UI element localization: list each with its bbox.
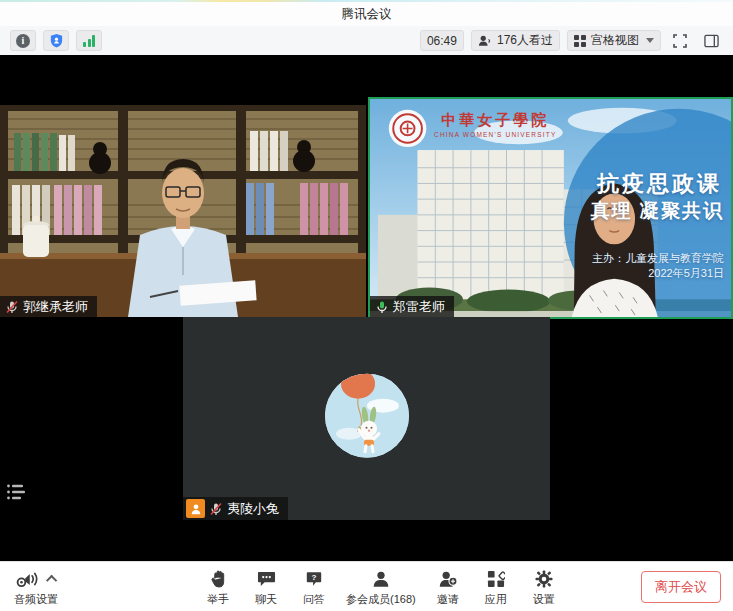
raise-hand-button[interactable]: 举手: [202, 569, 234, 607]
tencent-meeting-window: 腾讯会议 i 06:49: [0, 0, 733, 611]
video-tile-zhenglei[interactable]: 中華女子學院 CHINA WOMEN'S UNIVERSITY 抗疫思政课 真理…: [368, 97, 733, 319]
audio-settings-control[interactable]: 音频设置: [14, 569, 58, 607]
name-tag-yilingxiaotu: 夷陵小兔: [183, 497, 288, 520]
raise-hand-icon: [210, 569, 227, 589]
side-panel-button[interactable]: [699, 30, 723, 51]
slide-organizer: 主办：儿童发展与教育学院: [592, 251, 724, 266]
svg-text:?: ?: [312, 573, 317, 582]
message-list-toggle[interactable]: [6, 483, 26, 501]
apps-button[interactable]: 应用: [480, 569, 512, 607]
question-bubble-icon: ?: [305, 569, 323, 589]
mic-muted-icon: [5, 300, 19, 314]
university-name-en: CHINA WOMEN'S UNIVERSITY: [434, 131, 557, 138]
speaker-icon: [15, 570, 39, 589]
viewers-button[interactable]: 176人看过: [471, 30, 560, 51]
university-name-cn: 中華女子學院: [434, 111, 557, 130]
meeting-control-bar: 音频设置 举手 聊天: [0, 561, 733, 611]
qa-button[interactable]: ? 问答: [298, 569, 330, 607]
timer-value: 06:49: [427, 34, 457, 48]
shield-icon: [49, 33, 64, 48]
participant-name: 夷陵小兔: [227, 500, 279, 517]
invite-button[interactable]: 邀请: [432, 569, 464, 607]
toolbar-right-group: 06:49 176人看过 宫格视图: [420, 30, 723, 51]
meeting-toolbar: i 06:49: [0, 26, 733, 55]
meeting-info-button[interactable]: i: [10, 30, 36, 51]
fullscreen-icon: [673, 34, 687, 48]
side-panel-icon: [704, 34, 719, 48]
meeting-security-button[interactable]: [43, 30, 69, 51]
participants-icon: [371, 569, 391, 589]
participant-name: 郑雷老师: [393, 298, 445, 315]
network-quality-button[interactable]: [76, 30, 102, 51]
chat-bubble-icon: [257, 569, 276, 589]
chat-button[interactable]: 聊天: [250, 569, 282, 607]
mic-active-icon: [375, 300, 389, 314]
title-bar: 腾讯会议: [0, 0, 733, 26]
toolbar-left-group: i: [10, 30, 102, 51]
chevron-up-icon[interactable]: [46, 575, 57, 586]
meeting-timer: 06:49: [420, 30, 464, 51]
participants-button[interactable]: 参会成员(168): [346, 569, 416, 607]
name-tag-zhenglei: 郑雷老师: [370, 296, 454, 317]
view-mode-button[interactable]: 宫格视图: [567, 30, 661, 51]
settings-button[interactable]: 设置: [528, 569, 560, 607]
slide-title: 抗疫思政课: [597, 169, 722, 199]
apps-grid-icon: [487, 569, 505, 589]
slide-date: 2022年5月31日: [648, 266, 724, 281]
viewers-icon: [478, 34, 492, 47]
university-logo-text: 中華女子學院 CHINA WOMEN'S UNIVERSITY: [434, 111, 557, 138]
fullscreen-button[interactable]: [668, 30, 692, 51]
rabbit-avatar: [325, 373, 409, 457]
leave-meeting-button[interactable]: 离开会议: [641, 571, 721, 603]
list-icon: [6, 483, 26, 501]
invite-person-icon: [438, 569, 458, 589]
rabbit-balloon-illustration: [325, 373, 409, 457]
audio-settings-label: 音频设置: [14, 592, 58, 607]
settings-gear-icon: [535, 569, 553, 589]
info-icon: i: [16, 34, 30, 48]
library-video-frame: [0, 105, 366, 317]
window-title: 腾讯会议: [0, 6, 733, 23]
signal-bars-icon: [83, 35, 95, 47]
slide-subtitle: 真理 凝聚共识: [591, 198, 724, 224]
video-tile-yilingxiaotu[interactable]: 夷陵小兔: [183, 317, 550, 520]
mic-muted-icon: [209, 502, 223, 516]
grid-view-icon: [574, 35, 586, 47]
video-stage: 郭继承老师: [0, 55, 733, 561]
video-tile-guojicheng[interactable]: 郭继承老师: [0, 105, 366, 317]
view-mode-label: 宫格视图: [591, 32, 639, 49]
viewers-count-label: 176人看过: [497, 32, 553, 49]
participant-name: 郭继承老师: [23, 298, 88, 315]
name-tag-guojicheng: 郭继承老师: [0, 296, 97, 317]
control-buttons-group: 举手 聊天 ? 问答: [202, 569, 560, 607]
top-edge-strip: [0, 0, 733, 2]
chevron-down-icon: [646, 38, 654, 43]
presenter-badge-icon: [186, 499, 205, 518]
